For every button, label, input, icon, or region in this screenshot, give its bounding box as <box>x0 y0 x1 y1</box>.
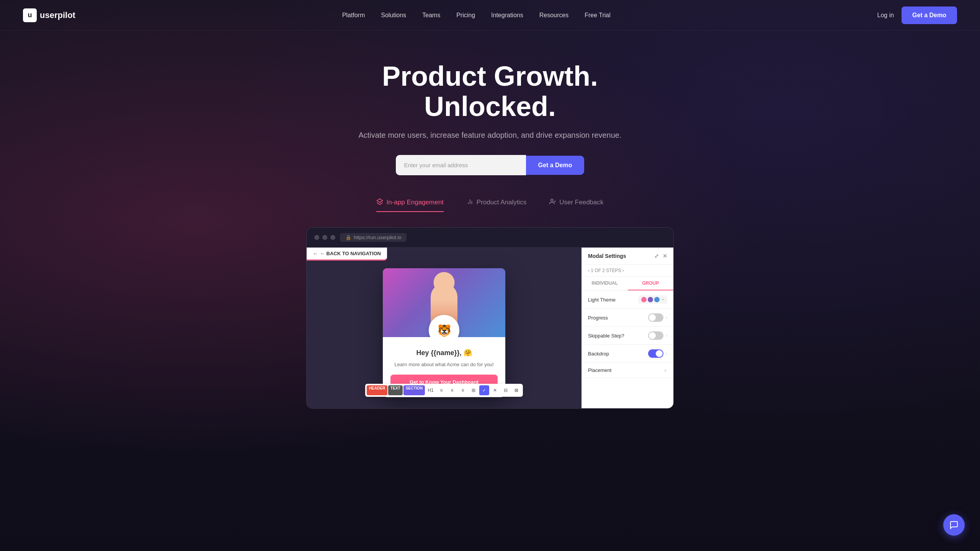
settings-step-info: ‹ 1 OF 2 STEPS › <box>582 265 673 277</box>
settings-header: Modal Settings ⤢ ✕ <box>582 248 673 265</box>
backdrop-label: Backdrop <box>588 351 609 357</box>
tab-user-feedback[interactable]: User Feedback <box>549 198 603 212</box>
tab-in-app-engagement[interactable]: In-app Engagement <box>376 198 443 212</box>
nav-item-resources[interactable]: Resources <box>533 12 575 19</box>
placement-chevron-icon[interactable]: ∧ <box>664 368 667 373</box>
tab-user-feedback-label: User Feedback <box>559 199 603 206</box>
light-theme-label: Light Theme <box>588 297 616 303</box>
toolbar-align-right-btn[interactable]: ≡ <box>458 385 468 395</box>
settings-title: Modal Settings <box>588 253 626 259</box>
progress-toggle[interactable] <box>648 313 663 322</box>
titlebar-dot-1 <box>314 235 319 240</box>
back-navigation[interactable]: ← ← BACK TO NAVIGATION <box>307 248 387 261</box>
tab-in-app-engagement-label: In-app Engagement <box>386 199 443 206</box>
toolbar-h1-btn[interactable]: H1 <box>426 385 436 395</box>
expand-icon[interactable]: ⤢ <box>654 253 659 259</box>
nav-item-free-trial[interactable]: Free Trial <box>578 12 617 19</box>
preview-main: ← ← BACK TO NAVIGATION <box>307 248 581 408</box>
preview-body: ← ← BACK TO NAVIGATION <box>307 248 673 408</box>
tab-product-analytics[interactable]: Product Analytics <box>467 198 526 212</box>
nav-item-platform[interactable]: Platform <box>336 12 371 19</box>
toggle-knob-3 <box>656 350 663 357</box>
toolbar-minus-btn[interactable]: ⊟ <box>501 385 511 395</box>
preview-content: 🐯 Hey {{name}}, 🤗 Learn more about what … <box>307 268 581 408</box>
titlebar-dots <box>314 235 335 240</box>
settings-tab-group[interactable]: GROUP <box>628 277 674 290</box>
nav-item-pricing[interactable]: Pricing <box>450 12 481 19</box>
placement-controls: ∧ <box>664 368 667 373</box>
settings-tabs: INDIVIDUAL GROUP <box>582 277 673 291</box>
backdrop-toggle[interactable] <box>648 349 663 358</box>
settings-header-actions: ⤢ ✕ <box>654 253 667 259</box>
arrow-left-icon: ← <box>313 251 318 256</box>
theme-dropdown[interactable]: ▾ <box>638 295 667 304</box>
chat-widget[interactable] <box>943 514 965 536</box>
chat-icon <box>949 520 959 530</box>
nav-item-teams[interactable]: Teams <box>416 12 446 19</box>
nav-item-integrations[interactable]: Integrations <box>485 12 529 19</box>
progress-chevron-icon[interactable]: › <box>666 315 667 320</box>
light-theme-controls: ▾ <box>638 295 667 304</box>
chevron-down-icon: ▾ <box>662 297 664 302</box>
nav-get-demo-button[interactable]: Get a Demo <box>902 7 957 24</box>
theme-dot-purple <box>648 297 653 302</box>
settings-row-backdrop: Backdrop › <box>582 345 673 363</box>
toggle-knob <box>649 314 656 321</box>
preview-titlebar: 🔒 https://run.userpilot.io <box>307 228 673 248</box>
feature-tabs: In-app Engagement Product Analytics <box>8 198 972 212</box>
hero-subtitle: Activate more users, increase feature ad… <box>8 131 972 140</box>
login-link[interactable]: Log in <box>877 12 894 19</box>
settings-row-placement: Placement ∧ <box>582 363 673 378</box>
toolbar-duplicate-btn[interactable]: ⊠ <box>511 385 521 395</box>
theme-dot-blue <box>654 297 660 302</box>
modal-greeting: Hey {{name}}, 🤗 <box>390 349 498 357</box>
skippable-chevron-icon[interactable]: › <box>666 333 667 338</box>
toolbar-header-label: HEADER <box>367 385 387 395</box>
email-input[interactable] <box>396 155 526 175</box>
settings-row-skippable: Skippable Step? › <box>582 327 673 345</box>
settings-tab-individual[interactable]: INDIVIDUAL <box>582 277 628 290</box>
logo[interactable]: u userpilot <box>23 8 75 22</box>
settings-row-progress: Progress › <box>582 309 673 327</box>
titlebar-url: 🔒 https://run.userpilot.io <box>340 233 407 242</box>
modal-text: Learn more about what Acme can do for yo… <box>390 361 498 368</box>
skippable-label: Skippable Step? <box>588 333 624 339</box>
modal-preview: 🐯 Hey {{name}}, 🤗 Learn more about what … <box>383 268 505 397</box>
toolbar-grid-btn[interactable]: ⊞ <box>469 385 479 395</box>
toolbar-align-center-btn[interactable]: ≡ <box>447 385 457 395</box>
preview-container: 🔒 https://run.userpilot.io ← ← BACK TO N… <box>306 227 674 409</box>
skippable-toggle[interactable] <box>648 331 663 340</box>
svg-point-4 <box>551 199 553 202</box>
backdrop-controls: › <box>648 349 667 358</box>
toolbar-close-btn[interactable]: ✕ <box>490 385 500 395</box>
modal-image: 🐯 <box>383 268 505 337</box>
skippable-controls: › <box>648 331 667 340</box>
hero-get-demo-button[interactable]: Get a Demo <box>526 156 585 175</box>
close-settings-icon[interactable]: ✕ <box>663 253 667 259</box>
nav-item-solutions[interactable]: Solutions <box>375 12 412 19</box>
toolbar-text-label: TEXT <box>388 385 403 395</box>
navbar: u userpilot Platform Solutions Teams Pri… <box>0 0 980 31</box>
toolbar-confirm-btn[interactable]: ✓ <box>479 385 489 395</box>
hero-title-line1: Product Growth. <box>382 61 598 91</box>
placement-label: Placement <box>588 367 611 373</box>
back-nav-label: ← BACK TO NAVIGATION <box>320 251 381 256</box>
toolbar-align-left-btn[interactable]: ≡ <box>436 385 446 395</box>
toggle-knob-2 <box>649 332 656 339</box>
theme-dot-pink <box>641 297 647 302</box>
nav-right: Log in Get a Demo <box>877 7 957 24</box>
user-check-icon <box>549 198 556 207</box>
tab-product-analytics-label: Product Analytics <box>477 199 526 206</box>
logo-icon: u <box>23 8 37 22</box>
layers-icon <box>376 198 383 207</box>
toolbar-section-label: SECTION <box>403 385 425 395</box>
editor-toolbar: HEADER TEXT SECTION H1 ≡ ≡ ≡ ⊞ ✓ ✕ ⊟ ⊠ <box>365 384 523 397</box>
bar-chart-icon <box>467 198 474 207</box>
settings-panel: Modal Settings ⤢ ✕ ‹ 1 OF 2 STEPS › INDI… <box>581 248 673 408</box>
lock-icon: 🔒 <box>345 235 351 240</box>
theme-dots <box>641 297 660 302</box>
backdrop-chevron-icon[interactable]: › <box>666 351 667 356</box>
hero-section: Product Growth. Unlocked. Activate more … <box>0 31 980 424</box>
hero-cta: Get a Demo <box>8 155 972 175</box>
logo-text: userpilot <box>40 10 75 20</box>
